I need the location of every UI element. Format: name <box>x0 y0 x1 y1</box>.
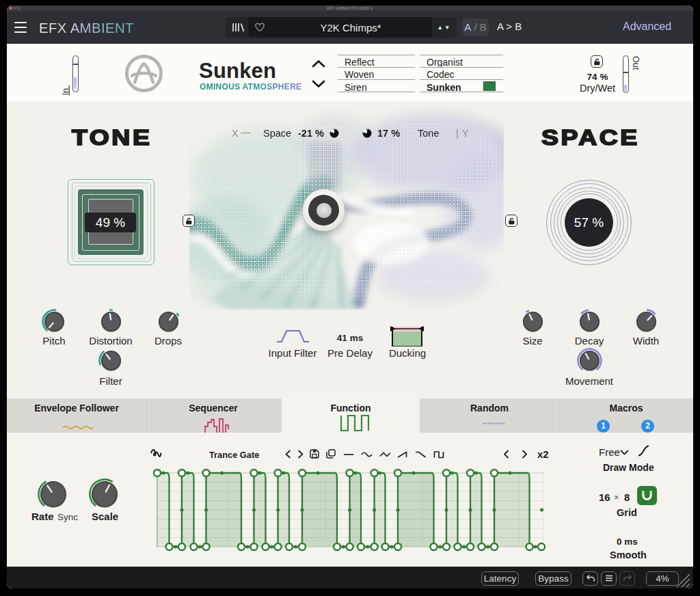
svg-text:In: In <box>61 88 70 95</box>
svg-text:Out: Out <box>631 56 641 70</box>
